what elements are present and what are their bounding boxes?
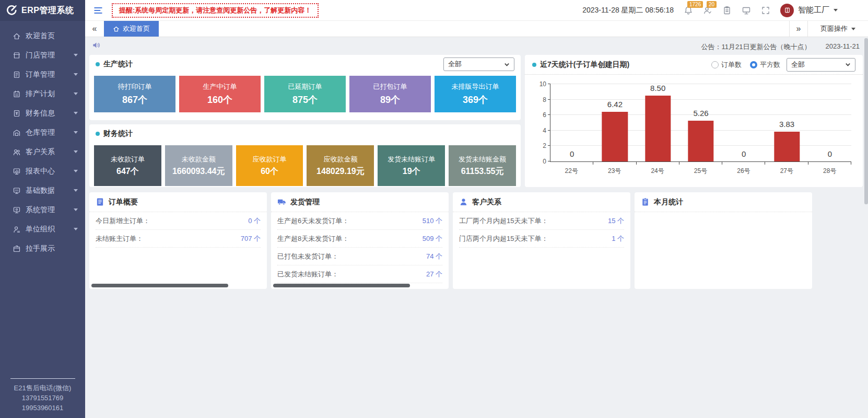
- summary-row: 门店两个月内超15天未下单：1 个: [459, 230, 624, 248]
- datetime-display: 2023-11-28 星期二 08:56:18: [582, 6, 674, 15]
- support-phone-title: E21售后电话(微信): [0, 383, 85, 393]
- sidebar-item-finance[interactable]: 财务信息: [0, 103, 85, 123]
- bell-icon[interactable]: 1726: [684, 6, 693, 15]
- finance-stat-card[interactable]: 未收款金额1660093.44元: [165, 145, 232, 186]
- chart-bar-value: 6.42: [607, 100, 623, 109]
- user-check-icon[interactable]: 20: [703, 6, 712, 15]
- page-actions-label: 页面操作: [820, 24, 848, 33]
- sidebar-item-data[interactable]: 基础数据: [0, 181, 85, 200]
- stat-card-label: 已延期订单: [288, 82, 322, 91]
- summary-row-value-link[interactable]: 1 个: [612, 234, 624, 243]
- radio-selected[interactable]: 平方数: [750, 60, 780, 69]
- page-actions-menu[interactable]: 页面操作: [808, 21, 868, 37]
- tab-bar: « 欢迎首页 » 页面操作: [85, 21, 868, 37]
- chart-bar-value: 0: [570, 149, 574, 158]
- home-icon: [13, 32, 21, 40]
- radio-option[interactable]: 订单数: [711, 60, 742, 69]
- main-content: 公告：11月21日更新公告（晚十点） 2023-11-21 生产统计 全部 待打…: [85, 37, 868, 418]
- summary-row-value-link[interactable]: 74 个: [426, 252, 442, 261]
- summary-row: 已打包未发货订单：74 个: [277, 248, 442, 265]
- chevron-down-icon: [834, 9, 838, 11]
- production-filter-select[interactable]: 全部: [443, 57, 514, 71]
- sidebar-item-label: 欢迎首页: [26, 31, 78, 41]
- finance-stat-card[interactable]: 发货未结账订单19个: [378, 145, 445, 186]
- chevron-down-icon: [74, 73, 78, 76]
- stat-card-value: 160个: [207, 94, 232, 106]
- panel-month-stats: 本月统计: [635, 192, 812, 289]
- chart-filter-select[interactable]: 全部: [787, 58, 855, 72]
- stat-card-value: 875个: [292, 94, 318, 106]
- app-logo: ERP管理系统: [0, 0, 85, 21]
- horizontal-scrollbar-thumb[interactable]: [91, 284, 228, 287]
- clipboard-icon[interactable]: [722, 6, 732, 15]
- panel-order-summary-header: 订单概要: [89, 192, 267, 212]
- sidebar-item-label: 拉手展示: [26, 244, 78, 253]
- sidebar-item-order[interactable]: 订单管理: [0, 65, 85, 84]
- summary-row-value-link[interactable]: 707 个: [241, 234, 261, 243]
- sidebar-item-customer[interactable]: 客户关系: [0, 142, 85, 161]
- production-stat-card[interactable]: 已延期订单875个: [264, 76, 346, 112]
- summary-row-value-link[interactable]: 510 个: [423, 216, 442, 226]
- announcement-link[interactable]: 公告：11月21日更新公告（晚十点）: [701, 42, 811, 52]
- production-filter-value: 全部: [448, 60, 462, 69]
- menu-collapse-icon[interactable]: [93, 5, 103, 16]
- sidebar-item-label: 基础数据: [26, 186, 74, 195]
- y-axis-label: 0: [543, 158, 546, 165]
- fullscreen-icon[interactable]: [761, 6, 770, 15]
- sidebar-menu: 欢迎首页门店管理订单管理排产计划财务信息仓库管理客户关系报表中心基础数据系统管理…: [0, 21, 85, 258]
- summary-row-value-link[interactable]: 509 个: [423, 234, 442, 243]
- panel-title: 发货管理: [290, 198, 320, 207]
- chart-bar-slot: 5.26: [679, 84, 722, 161]
- sidebar-item-org[interactable]: 单位组织: [0, 219, 85, 239]
- sidebar-item-system[interactable]: 系统管理: [0, 200, 85, 219]
- summary-row-label: 生产超8天未发货订单：: [277, 234, 349, 243]
- support-phone-1: 13791551769: [0, 393, 85, 403]
- y-axis-label: 6: [543, 111, 546, 119]
- sidebar-item-home[interactable]: 欢迎首页: [0, 26, 85, 45]
- sidebar-item-warehouse[interactable]: 仓库管理: [0, 123, 85, 142]
- account-menu[interactable]: 智能工厂: [780, 4, 838, 17]
- sidebar-item-store[interactable]: 门店管理: [0, 45, 85, 65]
- summary-row-value-link[interactable]: 0 个: [248, 216, 261, 226]
- production-stat-card[interactable]: 已打包订单89个: [349, 76, 431, 112]
- stat-card-label: 发货未结账金额: [459, 155, 506, 164]
- panel-title: 本月统计: [654, 198, 683, 207]
- y-axis-label: 4: [543, 127, 546, 134]
- finance-stat-card[interactable]: 发货未结账金额61153.55元: [449, 145, 516, 186]
- finance-doc-icon: [13, 109, 21, 118]
- monitor-icon[interactable]: [742, 6, 751, 15]
- sidebar: ERP管理系统 欢迎首页门店管理订单管理排产计划财务信息仓库管理客户关系报表中心…: [0, 0, 85, 418]
- system-notice[interactable]: 提醒:系统每周定期更新，请注意查阅更新公告，了解更新内容！: [112, 3, 319, 18]
- summary-panels-row: 订单概要今日新增主订单：0 个未结账主订单：707 个发货管理生产超6天未发货订…: [89, 192, 812, 289]
- finance-stats-title: 财务统计: [103, 129, 133, 138]
- finance-stat-card[interactable]: 应收款金额148029.19元: [307, 145, 374, 186]
- summary-row: 生产超8天未发货订单：509 个: [277, 230, 442, 248]
- radio-label: 平方数: [760, 60, 780, 69]
- vertical-scrollbar-thumb[interactable]: [864, 38, 868, 204]
- summary-row-value-link[interactable]: 27 个: [426, 270, 442, 279]
- production-stat-card[interactable]: 生产中订单160个: [179, 76, 261, 112]
- chevron-down-icon: [74, 208, 78, 211]
- speaker-icon[interactable]: [92, 41, 101, 50]
- summary-row-label: 工厂两个月内超15天未下单：: [459, 216, 548, 226]
- finance-stat-card[interactable]: 应收款订单60个: [236, 145, 303, 186]
- sidebar-item-plan[interactable]: 排产计划: [0, 84, 85, 103]
- chevron-down-icon: [74, 189, 78, 192]
- chart-bars: 06.428.505.2603.830: [550, 84, 851, 161]
- bar-chart: 024681006.428.505.2603.830: [550, 84, 851, 162]
- stat-card-value: 867个: [122, 94, 147, 106]
- tabs-scroll-left-icon[interactable]: «: [85, 21, 104, 37]
- tabs-scroll-right-icon[interactable]: »: [789, 21, 808, 37]
- finance-stat-card[interactable]: 未收款订单647个: [94, 145, 161, 186]
- panel-shipping: 发货管理生产超6天未发货订单：510 个生产超8天未发货订单：509 个已打包未…: [271, 192, 449, 289]
- horizontal-scrollbar-thumb[interactable]: [273, 284, 410, 287]
- x-axis-label: 25号: [679, 167, 722, 176]
- summary-row-value-link[interactable]: 15 个: [608, 216, 624, 226]
- tab-welcome-home[interactable]: 欢迎首页: [104, 21, 159, 37]
- production-stat-card[interactable]: 未排版导出订单369个: [435, 76, 516, 112]
- sidebar-item-display[interactable]: 拉手展示: [0, 239, 85, 258]
- avatar: [780, 4, 794, 17]
- sidebar-item-label: 门店管理: [26, 51, 74, 60]
- sidebar-item-report[interactable]: 报表中心: [0, 161, 85, 181]
- production-stat-card[interactable]: 待打印订单867个: [94, 76, 175, 112]
